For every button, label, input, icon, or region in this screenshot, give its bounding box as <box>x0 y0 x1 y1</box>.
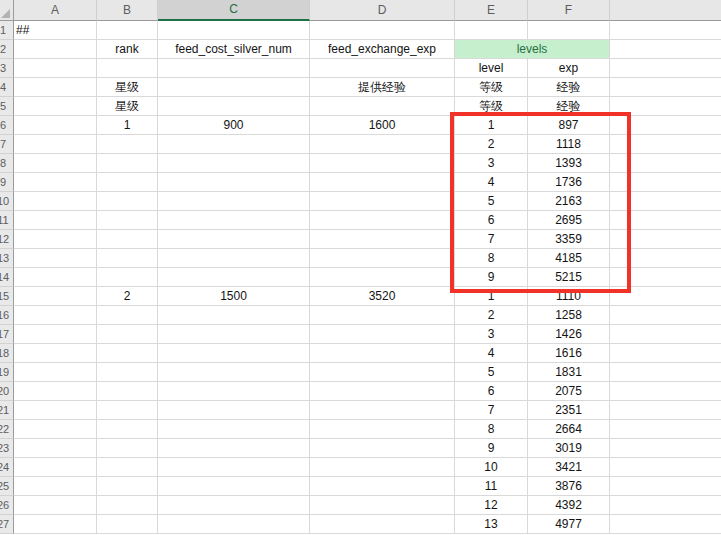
cell-G6[interactable] <box>610 116 721 135</box>
cell-A18[interactable] <box>14 344 97 363</box>
cell-D6[interactable]: 1600 <box>310 116 455 135</box>
cell-E8[interactable]: 3 <box>455 154 528 173</box>
cell-G11[interactable] <box>610 211 721 230</box>
cell-D13[interactable] <box>310 249 455 268</box>
row-header-24[interactable]: 24 <box>0 458 14 477</box>
cell-F10[interactable]: 2163 <box>528 192 610 211</box>
cell-D3[interactable] <box>310 59 455 78</box>
cell-B10[interactable] <box>97 192 158 211</box>
cell-F5[interactable]: 经验 <box>528 97 610 116</box>
cell-B21[interactable] <box>97 401 158 420</box>
row-header-12[interactable]: 12 <box>0 230 14 249</box>
cell-G18[interactable] <box>610 344 721 363</box>
cell-F12[interactable]: 3359 <box>528 230 610 249</box>
row-header-6[interactable]: 6 <box>0 116 14 135</box>
cell-A15[interactable] <box>14 287 97 306</box>
row-header-2[interactable]: 2 <box>0 40 14 59</box>
cell-C17[interactable] <box>158 325 310 344</box>
cell-D19[interactable] <box>310 363 455 382</box>
cell-B5[interactable]: 星级 <box>97 97 158 116</box>
row-header-21[interactable]: 21 <box>0 401 14 420</box>
cell-B6[interactable]: 1 <box>97 116 158 135</box>
cell-D4[interactable]: 提供经验 <box>310 78 455 97</box>
cell-A27[interactable] <box>14 515 97 534</box>
row-header-27[interactable]: 27 <box>0 515 14 534</box>
cell-D27[interactable] <box>310 515 455 534</box>
cell-G15[interactable] <box>610 287 721 306</box>
cell-E9[interactable]: 4 <box>455 173 528 192</box>
cell-D7[interactable] <box>310 135 455 154</box>
cell-A22[interactable] <box>14 420 97 439</box>
cell-B12[interactable] <box>97 230 158 249</box>
cell-C5[interactable] <box>158 97 310 116</box>
cell-F4[interactable]: 经验 <box>528 78 610 97</box>
cell-D22[interactable] <box>310 420 455 439</box>
cell-C8[interactable] <box>158 154 310 173</box>
cell-G8[interactable] <box>610 154 721 173</box>
cell-E12[interactable]: 7 <box>455 230 528 249</box>
cell-E6[interactable]: 1 <box>455 116 528 135</box>
cell-D20[interactable] <box>310 382 455 401</box>
cell-F27[interactable]: 4977 <box>528 515 610 534</box>
cell-B15[interactable]: 2 <box>97 287 158 306</box>
cell-C12[interactable] <box>158 230 310 249</box>
cell-A25[interactable] <box>14 477 97 496</box>
row-header-1[interactable]: 1 <box>0 21 14 40</box>
row-header-20[interactable]: 20 <box>0 382 14 401</box>
cell-C16[interactable] <box>158 306 310 325</box>
cell-F7[interactable]: 1118 <box>528 135 610 154</box>
cell-F26[interactable]: 4392 <box>528 496 610 515</box>
cell-C6[interactable]: 900 <box>158 116 310 135</box>
cell-E16[interactable]: 2 <box>455 306 528 325</box>
cell-E27[interactable]: 13 <box>455 515 528 534</box>
cell-A16[interactable] <box>14 306 97 325</box>
cell-D15[interactable]: 3520 <box>310 287 455 306</box>
cell-D2[interactable]: feed_exchange_exp <box>310 40 455 59</box>
column-header-C[interactable]: C <box>158 0 310 21</box>
cell-G12[interactable] <box>610 230 721 249</box>
row-header-5[interactable]: 5 <box>0 97 14 116</box>
column-header-E[interactable]: E <box>455 0 528 21</box>
cell-A17[interactable] <box>14 325 97 344</box>
cell-E25[interactable]: 11 <box>455 477 528 496</box>
cell-B25[interactable] <box>97 477 158 496</box>
levels-merged-cell[interactable]: levels <box>455 40 610 59</box>
cell-E18[interactable]: 4 <box>455 344 528 363</box>
cell-E1[interactable] <box>455 21 528 40</box>
cell-G3[interactable] <box>610 59 721 78</box>
cell-D25[interactable] <box>310 477 455 496</box>
cell-B27[interactable] <box>97 515 158 534</box>
cell-E3[interactable]: level <box>455 59 528 78</box>
cell-G1[interactable] <box>610 21 721 40</box>
cell-B11[interactable] <box>97 211 158 230</box>
cell-B22[interactable] <box>97 420 158 439</box>
cell-E10[interactable]: 5 <box>455 192 528 211</box>
cell-G22[interactable] <box>610 420 721 439</box>
cell-B20[interactable] <box>97 382 158 401</box>
cell-D23[interactable] <box>310 439 455 458</box>
cell-C14[interactable] <box>158 268 310 287</box>
cell-A24[interactable] <box>14 458 97 477</box>
cell-D26[interactable] <box>310 496 455 515</box>
cell-B26[interactable] <box>97 496 158 515</box>
row-header-22[interactable]: 22 <box>0 420 14 439</box>
cell-F19[interactable]: 1831 <box>528 363 610 382</box>
row-header-17[interactable]: 17 <box>0 325 14 344</box>
cell-F16[interactable]: 1258 <box>528 306 610 325</box>
cell-A9[interactable] <box>14 173 97 192</box>
row-header-26[interactable]: 26 <box>0 496 14 515</box>
cell-C4[interactable] <box>158 78 310 97</box>
cell-C25[interactable] <box>158 477 310 496</box>
cell-A7[interactable] <box>14 135 97 154</box>
cell-D18[interactable] <box>310 344 455 363</box>
cell-F21[interactable]: 2351 <box>528 401 610 420</box>
cell-A2[interactable] <box>14 40 97 59</box>
cell-G13[interactable] <box>610 249 721 268</box>
cell-B16[interactable] <box>97 306 158 325</box>
column-header-A[interactable]: A <box>14 0 97 21</box>
row-header-18[interactable]: 18 <box>0 344 14 363</box>
cell-C26[interactable] <box>158 496 310 515</box>
cell-D1[interactable] <box>310 21 455 40</box>
cell-F14[interactable]: 5215 <box>528 268 610 287</box>
cell-E15[interactable]: 1 <box>455 287 528 306</box>
